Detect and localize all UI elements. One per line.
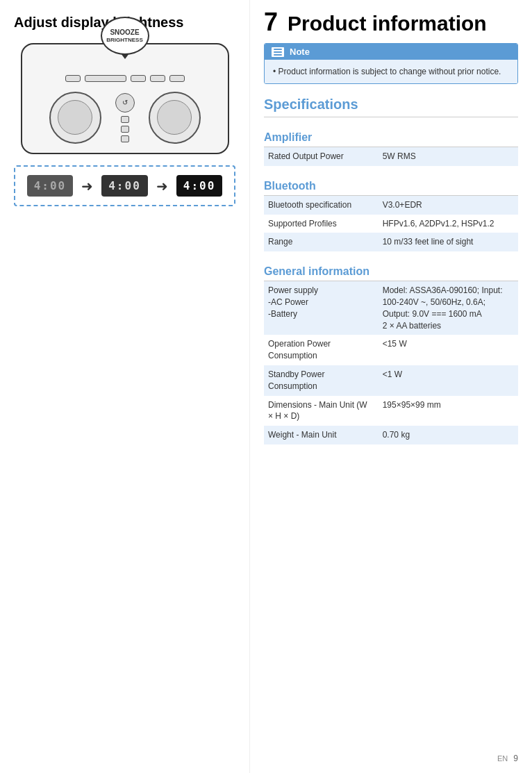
table-row: Range10 m/33 feet line of sight: [264, 233, 518, 251]
spec-label-0-0: Rated Output Power: [264, 147, 379, 166]
spec-table-2: Power supply-AC Power-BatteryModel: ASSA…: [264, 281, 518, 444]
clock-dim: 4:00: [27, 175, 74, 197]
specs-container: AmplifierRated Output Power5W RMSBluetoo…: [264, 127, 518, 444]
spec-value-2-1: <15 W: [379, 335, 518, 365]
speaker-left-inner: [58, 100, 92, 135]
spec-label-2-1: Operation Power Consumption: [264, 335, 379, 365]
spec-value-0-0: 5W RMS: [379, 147, 518, 166]
device-button-wide: [85, 75, 126, 82]
note-text: Product information is subject to change…: [279, 67, 501, 76]
speaker-right: [149, 92, 201, 144]
section-title-1: Bluetooth: [264, 176, 518, 196]
table-row: Standby Power Consumption<1 W: [264, 365, 518, 396]
device-button-2: [131, 75, 146, 82]
device-center-controls: ↺: [115, 93, 135, 142]
spec-table-1: Bluetooth specificationV3.0+EDRSupported…: [264, 196, 518, 251]
spec-table-0: Rated Output Power5W RMS: [264, 147, 518, 166]
spec-label-1-2: Range: [264, 233, 379, 251]
left-column: Adjust display brightness SNOOZE BRIGHTN…: [0, 0, 250, 773]
section-title-2: General information: [264, 261, 518, 281]
device-body: SNOOZE BRIGHTNESS ↺: [21, 43, 229, 154]
spec-value-1-1: HFPv1.6, A2DPv1.2, HSPv1.2: [379, 215, 518, 233]
spec-label-1-0: Bluetooth specification: [264, 196, 379, 215]
table-row: Power supply-AC Power-BatteryModel: ASSA…: [264, 281, 518, 335]
chapter-title: Product information: [288, 11, 487, 36]
device-button-4: [169, 75, 185, 82]
arrow-icon-1: ➜: [81, 178, 93, 194]
page-footer: EN 9: [497, 754, 518, 763]
speaker-right-inner: [157, 100, 192, 135]
snooze-label: SNOOZE: [110, 28, 139, 37]
note-icon: [272, 47, 284, 57]
spec-value-2-2: <1 W: [379, 365, 518, 396]
section-title-0: Amplifier: [264, 127, 518, 147]
table-row: Operation Power Consumption<15 W: [264, 335, 518, 365]
device-button-3: [150, 75, 165, 82]
spec-value-1-0: V3.0+EDR: [379, 196, 518, 215]
note-box: Note • Product information is subject to…: [264, 43, 518, 84]
device-button-1: [65, 75, 81, 82]
device-speakers-row: ↺: [49, 92, 201, 144]
clock-bright: 4:00: [176, 175, 223, 197]
small-btn-2: [121, 126, 129, 133]
chapter-header: 7 Product information: [264, 10, 518, 36]
spec-value-1-2: 10 m/33 feet line of sight: [379, 233, 518, 251]
spec-value-2-4: 0.70 kg: [379, 426, 518, 444]
speaker-left: [49, 92, 101, 144]
table-row: Supported ProfilesHFPv1.6, A2DPv1.2, HSP…: [264, 215, 518, 233]
note-label: Note: [290, 47, 310, 57]
small-btn-3: [121, 135, 129, 142]
spec-label-2-2: Standby Power Consumption: [264, 365, 379, 396]
device-nav-button: ↺: [115, 93, 135, 113]
right-column: 7 Product information Note • Product inf…: [250, 0, 532, 773]
spec-label-2-0: Power supply-AC Power-Battery: [264, 281, 379, 335]
page-number: 9: [513, 754, 518, 763]
spec-label-1-1: Supported Profiles: [264, 215, 379, 233]
table-row: Bluetooth specificationV3.0+EDR: [264, 196, 518, 215]
note-header: Note: [265, 44, 517, 60]
device-illustration: SNOOZE BRIGHTNESS ↺: [21, 43, 229, 154]
brightness-label: BRIGHTNESS: [106, 37, 142, 44]
arrow-icon-2: ➜: [156, 178, 168, 194]
note-content: • Product information is subject to chan…: [265, 60, 517, 83]
snooze-bubble: SNOOZE BRIGHTNESS: [101, 17, 149, 55]
device-small-buttons: [121, 116, 129, 142]
lang-badge: EN: [497, 754, 508, 763]
table-row: Rated Output Power5W RMS: [264, 147, 518, 166]
spec-label-2-3: Dimensions - Main Unit (W × H × D): [264, 396, 379, 426]
spec-value-2-0: Model: ASSA36A-090160; Input: 100-240V ~…: [379, 281, 518, 335]
table-row: Weight - Main Unit0.70 kg: [264, 426, 518, 444]
chapter-number: 7: [264, 10, 278, 35]
table-row: Dimensions - Main Unit (W × H × D)195×95…: [264, 396, 518, 426]
spec-label-2-4: Weight - Main Unit: [264, 426, 379, 444]
small-btn-1: [121, 116, 129, 123]
brightness-sequence: 4:00 ➜ 4:00 ➜ 4:00: [14, 165, 235, 206]
specs-title: Specifications: [264, 97, 518, 117]
device-top-row: [65, 75, 185, 82]
clock-medium: 4:00: [101, 175, 148, 197]
spec-value-2-3: 195×95×99 mm: [379, 396, 518, 426]
